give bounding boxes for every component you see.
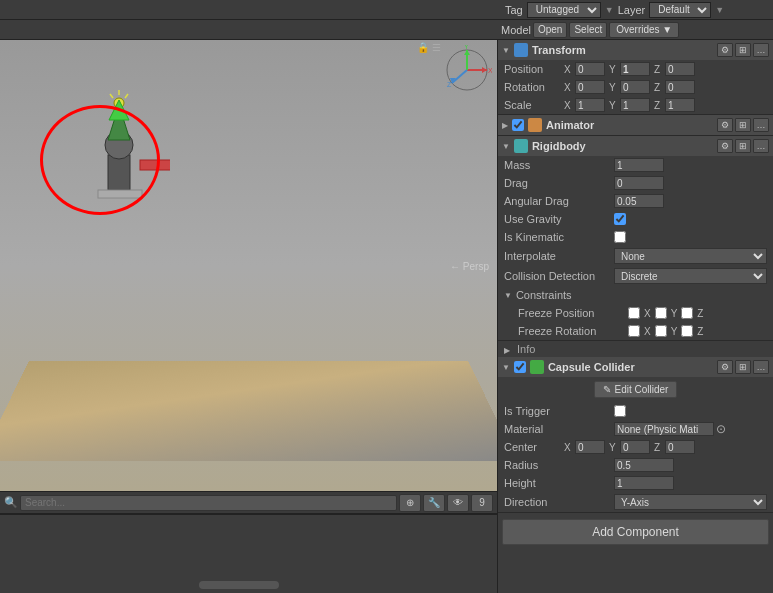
info-label: Info	[517, 343, 535, 355]
rot-x-axis: X	[564, 82, 574, 93]
material-picker-icon[interactable]: ⊙	[716, 422, 726, 436]
freeze-rot-z-label: Z	[697, 326, 703, 337]
menu-icon[interactable]: ☰	[432, 42, 441, 53]
scale-z-input[interactable]	[665, 98, 695, 112]
rot-z-input[interactable]	[665, 80, 695, 94]
radius-input[interactable]	[614, 458, 674, 472]
interpolate-select[interactable]: None	[614, 248, 767, 264]
scale-label: Scale	[504, 99, 564, 111]
game-object-character[interactable]	[70, 85, 170, 227]
info-fold	[504, 345, 510, 355]
mass-row: Mass	[498, 156, 773, 174]
inspector-panel: Transform ⚙ ⊞ … Position X Y	[497, 40, 773, 593]
collision-detection-select[interactable]: Discrete	[614, 268, 767, 284]
capsule-fold-arrow	[502, 362, 510, 372]
freeze-pos-x[interactable]	[628, 307, 640, 319]
use-gravity-checkbox[interactable]	[614, 213, 626, 225]
scale-x-input[interactable]	[575, 98, 605, 112]
svg-line-5	[125, 94, 128, 98]
open-button[interactable]: Open	[533, 22, 567, 38]
toolbar-btn-3[interactable]: 👁	[447, 494, 469, 512]
transform-tool-1[interactable]: ⚙	[717, 43, 733, 57]
is-trigger-label: Is Trigger	[504, 405, 614, 417]
mass-input[interactable]	[614, 158, 664, 172]
transform-header[interactable]: Transform ⚙ ⊞ …	[498, 40, 773, 60]
animator-checkbox[interactable]	[512, 119, 524, 131]
edit-collider-button[interactable]: ✎ Edit Collider	[594, 381, 678, 398]
position-row: Position X Y Z	[498, 60, 773, 78]
radius-row: Radius	[498, 456, 773, 474]
center-y-input[interactable]	[620, 440, 650, 454]
transform-tool-3[interactable]: …	[753, 43, 769, 57]
animator-component: Animator ⚙ ⊞ …	[498, 115, 773, 136]
angular-drag-input[interactable]	[614, 194, 664, 208]
capsule-collider-checkbox[interactable]	[514, 361, 526, 373]
freeze-rot-x[interactable]	[628, 325, 640, 337]
freeze-pos-z[interactable]	[681, 307, 693, 319]
scene-gizmo[interactable]: X Y Z	[442, 45, 492, 95]
center-y-axis: Y	[609, 442, 619, 453]
center-z-input[interactable]	[665, 440, 695, 454]
pos-z-input[interactable]	[665, 62, 695, 76]
capsule-tool-2[interactable]: ⊞	[735, 360, 751, 374]
rot-y-input[interactable]	[620, 80, 650, 94]
animator-tool-1[interactable]: ⚙	[717, 118, 733, 132]
center-x-input[interactable]	[575, 440, 605, 454]
select-button[interactable]: Select	[569, 22, 607, 38]
freeze-rot-y[interactable]	[655, 325, 667, 337]
animator-tool-2[interactable]: ⊞	[735, 118, 751, 132]
drag-input[interactable]	[614, 176, 664, 190]
capsule-tool-1[interactable]: ⚙	[717, 360, 733, 374]
is-trigger-checkbox[interactable]	[614, 405, 626, 417]
layer-select[interactable]: Default	[649, 2, 711, 18]
add-component-button[interactable]: Add Component	[502, 519, 769, 545]
edit-collider-label: Edit Collider	[615, 384, 669, 395]
animator-fold-arrow	[502, 120, 508, 130]
rot-x-input[interactable]	[575, 80, 605, 94]
animator-tool-3[interactable]: …	[753, 118, 769, 132]
interpolate-row: Interpolate None	[498, 246, 773, 266]
toolbar-btn-2[interactable]: 🔧	[423, 494, 445, 512]
pos-x-input[interactable]	[575, 62, 605, 76]
overrides-button[interactable]: Overrides ▼	[609, 22, 679, 38]
material-input[interactable]	[614, 422, 714, 436]
capsule-tool-3[interactable]: …	[753, 360, 769, 374]
height-input[interactable]	[614, 476, 674, 490]
center-x-axis: X	[564, 442, 574, 453]
search-input[interactable]	[20, 495, 397, 511]
pos-y-input[interactable]	[620, 62, 650, 76]
rigidbody-header[interactable]: Rigidbody ⚙ ⊞ …	[498, 136, 773, 156]
perspective-label: ← Persp	[450, 260, 489, 271]
scale-z-axis: Z	[654, 100, 664, 111]
direction-select[interactable]: Y-Axis	[614, 494, 767, 510]
rigidbody-tool-2[interactable]: ⊞	[735, 139, 751, 153]
position-label: Position	[504, 63, 564, 75]
lock-icon[interactable]: 🔒	[417, 42, 429, 53]
capsule-collider-header[interactable]: Capsule Collider ⚙ ⊞ …	[498, 357, 773, 377]
collision-detection-label: Collision Detection	[504, 270, 614, 282]
horizontal-scrollbar[interactable]	[199, 581, 279, 589]
is-kinematic-checkbox[interactable]	[614, 231, 626, 243]
freeze-rotation-label: Freeze Rotation	[518, 325, 628, 337]
rigidbody-tool-1[interactable]: ⚙	[717, 139, 733, 153]
toolbar-btn-1[interactable]: ⊕	[399, 494, 421, 512]
tag-select[interactable]: Untagged	[527, 2, 601, 18]
search-icon: 🔍	[4, 496, 18, 509]
scene-ground	[0, 361, 497, 461]
is-kinematic-row: Is Kinematic	[498, 228, 773, 246]
height-row: Height	[498, 474, 773, 492]
scale-y-input[interactable]	[620, 98, 650, 112]
freeze-rot-y-label: Y	[671, 326, 678, 337]
svg-marker-15	[464, 50, 470, 55]
svg-text:X: X	[488, 67, 492, 74]
constraints-fold	[504, 290, 512, 300]
angular-drag-label: Angular Drag	[504, 195, 614, 207]
freeze-rot-z[interactable]	[681, 325, 693, 337]
transform-tool-2[interactable]: ⊞	[735, 43, 751, 57]
freeze-pos-y[interactable]	[655, 307, 667, 319]
toolbar-btn-4[interactable]: 9	[471, 494, 493, 512]
animator-header[interactable]: Animator ⚙ ⊞ …	[498, 115, 773, 135]
animator-title: Animator	[546, 119, 594, 131]
constraints-label: Constraints	[516, 289, 626, 301]
rigidbody-tool-3[interactable]: …	[753, 139, 769, 153]
